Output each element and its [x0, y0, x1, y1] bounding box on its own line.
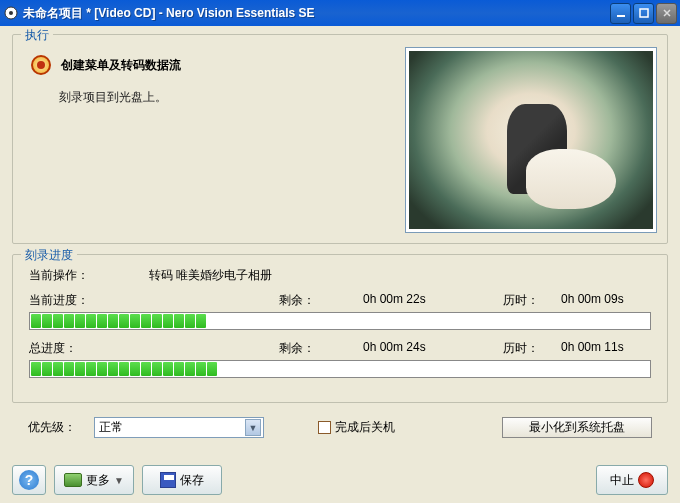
save-button[interactable]: 保存 [142, 465, 222, 495]
execute-group: 执行 创建菜单及转码数据流 刻录项目到光盘上。 [12, 34, 668, 244]
preview-frame [405, 47, 657, 233]
svg-rect-3 [640, 9, 648, 17]
help-button[interactable]: ? [12, 465, 46, 495]
preview-image [409, 51, 653, 229]
more-button[interactable]: 更多 ▼ [54, 465, 134, 495]
checkbox-icon [318, 421, 331, 434]
current-remaining-value: 0h 00m 22s [363, 292, 503, 309]
app-icon [3, 5, 19, 21]
priority-select[interactable]: 正常 ▼ [94, 417, 264, 438]
shutdown-checkbox[interactable]: 完成后关机 [318, 419, 395, 436]
shutdown-label: 完成后关机 [335, 419, 395, 436]
current-progress-label: 当前进度： [29, 292, 279, 309]
disk-icon [64, 473, 82, 487]
current-progress-bar [29, 312, 651, 330]
priority-label: 优先级： [28, 419, 84, 436]
total-remaining-value: 0h 00m 24s [363, 340, 503, 357]
close-button[interactable] [656, 3, 677, 24]
titlebar: 未命名项目 * [Video CD] - Nero Vision Essenti… [0, 0, 680, 26]
minimize-to-tray-button[interactable]: 最小化到系统托盘 [502, 417, 652, 438]
total-elapsed-value: 0h 00m 11s [561, 340, 624, 357]
remaining-label-2: 剩余： [279, 340, 363, 357]
execute-heading: 创建菜单及转码数据流 [61, 57, 181, 74]
total-progress-bar [29, 360, 651, 378]
progress-legend: 刻录进度 [21, 247, 77, 264]
svg-point-1 [9, 11, 13, 15]
elapsed-label-2: 历时： [503, 340, 561, 357]
execute-subtext: 刻录项目到光盘上。 [59, 89, 399, 106]
stop-icon [638, 472, 654, 488]
chevron-down-icon: ▼ [245, 419, 261, 436]
current-op-label: 当前操作： [29, 267, 129, 284]
minimize-button[interactable] [610, 3, 631, 24]
remaining-label-1: 剩余： [279, 292, 363, 309]
floppy-icon [160, 472, 176, 488]
total-progress-label: 总进度： [29, 340, 279, 357]
chevron-down-icon: ▼ [114, 475, 124, 486]
help-icon: ? [19, 470, 39, 490]
status-icon [31, 55, 51, 75]
execute-legend: 执行 [21, 27, 53, 44]
current-op-value: 转码 唯美婚纱电子相册 [149, 267, 272, 284]
progress-group: 刻录进度 当前操作： 转码 唯美婚纱电子相册 当前进度： 剩余： 0h 00m … [12, 254, 668, 403]
maximize-button[interactable] [633, 3, 654, 24]
elapsed-label-1: 历时： [503, 292, 561, 309]
priority-value: 正常 [99, 419, 123, 436]
current-elapsed-value: 0h 00m 09s [561, 292, 624, 309]
svg-rect-2 [617, 15, 625, 17]
stop-button[interactable]: 中止 [596, 465, 668, 495]
window-title: 未命名项目 * [Video CD] - Nero Vision Essenti… [23, 5, 610, 22]
